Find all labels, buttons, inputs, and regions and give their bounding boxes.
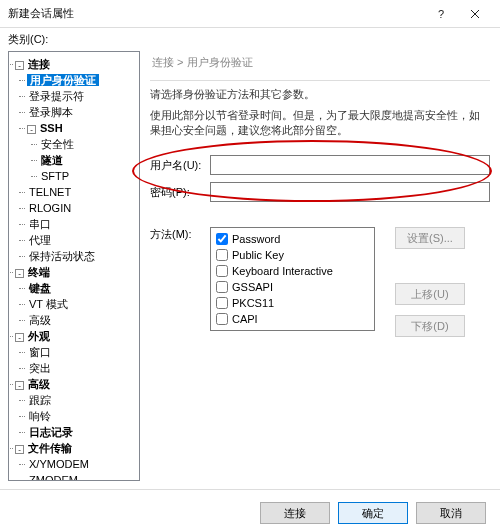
method-item-label: CAPI: [232, 313, 258, 325]
tree-adv2[interactable]: 高级: [26, 378, 52, 390]
method-item-label: PKCS11: [232, 297, 274, 309]
tree-ssh[interactable]: SSH: [38, 122, 65, 134]
tree-zmodem[interactable]: ZMODEM: [27, 474, 80, 481]
method-item[interactable]: PKCS11: [216, 295, 369, 311]
collapse-icon[interactable]: -: [15, 269, 24, 278]
method-checkbox[interactable]: [216, 265, 228, 277]
description-2: 使用此部分以节省登录时间。但是，为了最大限度地提高安全性，如果担心安全问题，建议…: [150, 108, 490, 138]
tree-bell[interactable]: 响铃: [27, 410, 53, 422]
username-label: 用户名(U):: [150, 158, 210, 173]
collapse-icon[interactable]: -: [15, 61, 24, 70]
tree-proxy[interactable]: 代理: [27, 234, 53, 246]
connect-button[interactable]: 连接: [260, 502, 330, 524]
method-item[interactable]: Public Key: [216, 247, 369, 263]
method-checkbox[interactable]: [216, 313, 228, 325]
category-tree[interactable]: -连接 用户身份验证 登录提示符 登录脚本 -SSH 安全性 隧道 SFTP T…: [8, 51, 140, 481]
tree-tunnel[interactable]: 隧道: [39, 154, 65, 166]
method-checkbox[interactable]: [216, 297, 228, 309]
setup-button[interactable]: 设置(S)...: [395, 227, 465, 249]
collapse-icon[interactable]: -: [15, 333, 24, 342]
tree-highlight[interactable]: 突出: [27, 362, 53, 374]
collapse-icon[interactable]: -: [27, 125, 36, 134]
collapse-icon[interactable]: -: [15, 381, 24, 390]
tree-connection[interactable]: 连接: [26, 58, 52, 70]
method-item-label: Keyboard Interactive: [232, 265, 333, 277]
method-item-label: GSSAPI: [232, 281, 273, 293]
tree-vt[interactable]: VT 模式: [27, 298, 70, 310]
tree-terminal[interactable]: 终端: [26, 266, 52, 278]
movedown-button[interactable]: 下移(D): [395, 315, 465, 337]
tree-xymodem[interactable]: X/YMODEM: [27, 458, 91, 470]
tree-window[interactable]: 窗口: [27, 346, 53, 358]
close-button[interactable]: [458, 3, 492, 25]
tree-serial[interactable]: 串口: [27, 218, 53, 230]
collapse-icon[interactable]: -: [15, 445, 24, 454]
tree-appearance[interactable]: 外观: [26, 330, 52, 342]
content-pane: 连接 > 用户身份验证 请选择身份验证方法和其它参数。 使用此部分以节省登录时间…: [140, 51, 500, 481]
cancel-button[interactable]: 取消: [416, 502, 486, 524]
tree-script[interactable]: 登录脚本: [27, 106, 75, 118]
method-item[interactable]: Password: [216, 231, 369, 247]
tree-advanced[interactable]: 高级: [27, 314, 53, 326]
ok-button[interactable]: 确定: [338, 502, 408, 524]
method-item-label: Password: [232, 233, 280, 245]
username-input[interactable]: [210, 155, 490, 175]
tree-auth[interactable]: 用户身份验证: [27, 74, 99, 86]
password-input[interactable]: [210, 182, 490, 202]
method-item[interactable]: CAPI: [216, 311, 369, 327]
tree-prompt[interactable]: 登录提示符: [27, 90, 86, 102]
method-checkbox[interactable]: [216, 233, 228, 245]
tree-keyboard[interactable]: 键盘: [27, 282, 53, 294]
method-label: 方法(M):: [150, 227, 210, 337]
method-list[interactable]: PasswordPublic KeyKeyboard InteractiveGS…: [210, 227, 375, 331]
category-label: 类别(C):: [8, 33, 48, 45]
tree-rlogin[interactable]: RLOGIN: [27, 202, 73, 214]
breadcrumb: 连接 > 用户身份验证: [150, 51, 490, 78]
tree-keepalive[interactable]: 保持活动状态: [27, 250, 97, 262]
method-item[interactable]: Keyboard Interactive: [216, 263, 369, 279]
method-checkbox[interactable]: [216, 281, 228, 293]
password-label: 密码(P):: [150, 185, 210, 200]
tree-trace[interactable]: 跟踪: [27, 394, 53, 406]
tree-sftp[interactable]: SFTP: [39, 170, 71, 182]
help-button[interactable]: ?: [424, 3, 458, 25]
close-icon: [470, 9, 480, 19]
dialog-footer: 连接 确定 取消: [0, 489, 500, 525]
method-checkbox[interactable]: [216, 249, 228, 261]
tree-telnet[interactable]: TELNET: [27, 186, 73, 198]
method-item[interactable]: GSSAPI: [216, 279, 369, 295]
tree-filetransfer[interactable]: 文件传输: [26, 442, 74, 454]
description-1: 请选择身份验证方法和其它参数。: [150, 87, 490, 102]
window-title: 新建会话属性: [8, 6, 424, 21]
method-item-label: Public Key: [232, 249, 284, 261]
tree-logging[interactable]: 日志记录: [27, 426, 75, 438]
tree-security[interactable]: 安全性: [39, 138, 76, 150]
title-bar: 新建会话属性 ?: [0, 0, 500, 28]
moveup-button[interactable]: 上移(U): [395, 283, 465, 305]
